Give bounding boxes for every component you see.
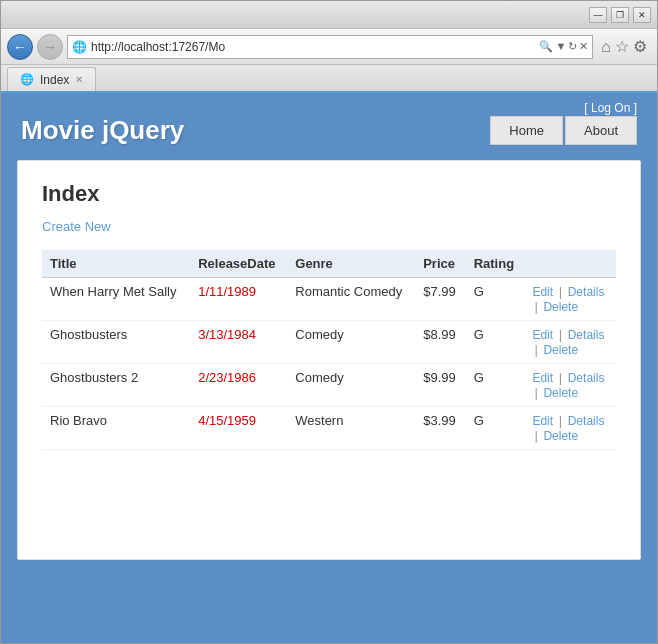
separator: | (555, 413, 566, 428)
cell-releasedate: 4/15/1959 (190, 407, 287, 450)
details-link[interactable]: Details (568, 414, 605, 428)
edit-link[interactable]: Edit (532, 328, 553, 342)
cell-actions: Edit | Details | Delete (524, 364, 616, 407)
back-button[interactable]: ← (7, 34, 33, 60)
details-link[interactable]: Details (568, 371, 605, 385)
cell-price: $8.99 (415, 321, 466, 364)
search-icon: 🔍 (539, 40, 553, 53)
tab-favicon: 🌐 (20, 73, 34, 86)
minimize-button[interactable]: — (589, 7, 607, 23)
address-icon: 🌐 (72, 40, 87, 54)
movies-table: Title ReleaseDate Genre Price Rating Whe… (42, 250, 616, 450)
browser-window: — ❐ ✕ ← → 🌐 http://localhost:17267/Mo 🔍 … (0, 0, 658, 644)
address-actions: 🔍 ▼ ↻ ✕ (539, 40, 588, 53)
about-nav-button[interactable]: About (565, 116, 637, 145)
delete-link[interactable]: Delete (543, 300, 578, 314)
cell-title: Rio Bravo (42, 407, 190, 450)
cell-price: $3.99 (415, 407, 466, 450)
home-nav-button[interactable]: Home (490, 116, 563, 145)
restore-button[interactable]: ❐ (611, 7, 629, 23)
cell-releasedate: 3/13/1984 (190, 321, 287, 364)
home-icon[interactable]: ⌂ (601, 38, 611, 56)
cell-rating: G (466, 364, 525, 407)
address-bar[interactable]: 🌐 http://localhost:17267/Mo 🔍 ▼ ↻ ✕ (67, 35, 593, 59)
cell-genre: Romantic Comedy (287, 278, 415, 321)
edit-link[interactable]: Edit (532, 414, 553, 428)
app-background: [ Log On ] Movie jQuery Home About Index… (1, 93, 657, 643)
nav-bar: ← → 🌐 http://localhost:17267/Mo 🔍 ▼ ↻ ✕ … (1, 29, 657, 65)
cell-title: Ghostbusters (42, 321, 190, 364)
col-header-title: Title (42, 250, 190, 278)
cell-releasedate: 2/23/1986 (190, 364, 287, 407)
forward-button[interactable]: → (37, 34, 63, 60)
delete-link[interactable]: Delete (543, 429, 578, 443)
details-link[interactable]: Details (568, 285, 605, 299)
title-bar: — ❐ ✕ (1, 1, 657, 29)
edit-link[interactable]: Edit (532, 371, 553, 385)
cell-title: When Harry Met Sally (42, 278, 190, 321)
title-bar-buttons: — ❐ ✕ (589, 7, 651, 23)
col-header-genre: Genre (287, 250, 415, 278)
separator: | (555, 370, 566, 385)
separator: | (555, 327, 566, 342)
details-link[interactable]: Details (568, 328, 605, 342)
page-heading: Index (42, 181, 616, 207)
app-header: [ Log On ] Movie jQuery Home About (1, 93, 657, 150)
delete-link[interactable]: Delete (543, 386, 578, 400)
nav-buttons: Home About (490, 116, 637, 145)
cell-actions: Edit | Details | Delete (524, 278, 616, 321)
active-tab[interactable]: 🌐 Index ✕ (7, 67, 96, 91)
separator2: | (534, 342, 541, 357)
tab-bar: 🌐 Index ✕ (1, 65, 657, 93)
table-row: Rio Bravo4/15/1959Western$3.99GEdit | De… (42, 407, 616, 450)
col-header-price: Price (415, 250, 466, 278)
cell-price: $7.99 (415, 278, 466, 321)
settings-icon[interactable]: ⚙ (633, 37, 647, 56)
cell-rating: G (466, 407, 525, 450)
delete-link[interactable]: Delete (543, 343, 578, 357)
create-new-link[interactable]: Create New (42, 219, 111, 234)
separator2: | (534, 428, 541, 443)
tab-close-button[interactable]: ✕ (75, 74, 83, 85)
refresh-icon[interactable]: ↻ (568, 40, 577, 53)
separator2: | (534, 299, 541, 314)
col-header-rating: Rating (466, 250, 525, 278)
cell-rating: G (466, 321, 525, 364)
table-row: Ghostbusters 22/23/1986Comedy$9.99GEdit … (42, 364, 616, 407)
toolbar-right: ⌂ ☆ ⚙ (597, 37, 651, 56)
tab-title: Index (40, 73, 69, 87)
col-header-actions (524, 250, 616, 278)
cell-title: Ghostbusters 2 (42, 364, 190, 407)
table-row: Ghostbusters3/13/1984Comedy$8.99GEdit | … (42, 321, 616, 364)
col-header-releasedate: ReleaseDate (190, 250, 287, 278)
app-title: Movie jQuery (21, 115, 184, 146)
stop-icon[interactable]: ✕ (579, 40, 588, 53)
close-button[interactable]: ✕ (633, 7, 651, 23)
cell-actions: Edit | Details | Delete (524, 321, 616, 364)
dropdown-icon: ▼ (555, 40, 566, 53)
edit-link[interactable]: Edit (532, 285, 553, 299)
cell-actions: Edit | Details | Delete (524, 407, 616, 450)
cell-rating: G (466, 278, 525, 321)
cell-price: $9.99 (415, 364, 466, 407)
table-row: When Harry Met Sally1/11/1989Romantic Co… (42, 278, 616, 321)
address-text: http://localhost:17267/Mo (91, 40, 535, 54)
separator: | (555, 284, 566, 299)
cell-releasedate: 1/11/1989 (190, 278, 287, 321)
main-content: Index Create New Title ReleaseDate Genre… (17, 160, 641, 560)
favorites-icon[interactable]: ☆ (615, 37, 629, 56)
log-on-row: [ Log On ] (21, 101, 637, 115)
separator2: | (534, 385, 541, 400)
cell-genre: Comedy (287, 321, 415, 364)
log-on-link[interactable]: [ Log On ] (584, 101, 637, 115)
app-title-row: Movie jQuery Home About (21, 115, 637, 146)
cell-genre: Comedy (287, 364, 415, 407)
table-header-row: Title ReleaseDate Genre Price Rating (42, 250, 616, 278)
cell-genre: Western (287, 407, 415, 450)
